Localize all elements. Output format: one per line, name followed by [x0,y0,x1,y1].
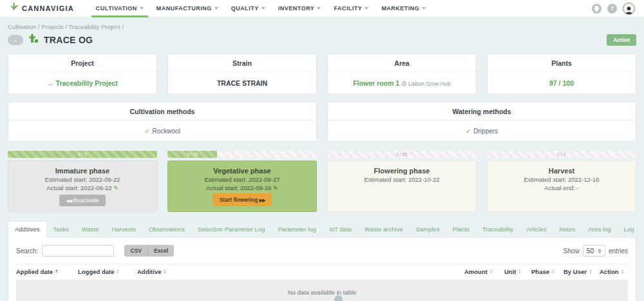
area-link[interactable]: Flower room 1 [353,79,399,87]
phase-flowering: 0 / 55 Flowering phase Estimated start: … [327,151,477,212]
nav-marketing[interactable]: MARKETING [381,0,426,17]
breadcrumb[interactable]: Cultivation / Projects / Traceability Pr… [8,23,636,30]
actual-start: Actual start: 2022-09-26 [206,184,271,191]
tab-tasks[interactable]: Tasks [47,222,75,237]
nav-facility[interactable]: FACILITY [334,0,368,17]
tab-log[interactable]: Log [618,222,641,237]
progress-bar: 4 / 5 [8,151,157,158]
tab-bar: Additives Tasks Waste Harvests Observati… [8,221,636,237]
strain-value: TRACE STRAIN [168,72,316,93]
sort-icon [621,269,624,274]
col-action[interactable]: Action [600,268,628,275]
sort-icon [117,269,119,274]
chevron-down-icon [365,7,368,10]
rewind-icon: ◀◀ [66,199,71,203]
search-label: Search: [16,248,38,255]
brand-name: CANNAVIGIA [22,5,74,12]
card-title: Strain [168,54,316,72]
col-applied-date[interactable]: Applied date [16,268,78,275]
chevron-down-icon [317,7,321,10]
nav-manufacturing[interactable]: MANUFACTURING [156,0,218,17]
tab-waste-archive[interactable]: Waste archive [358,222,410,237]
tab-selection-parameter-log[interactable]: Selection Parameter Log [191,222,272,237]
estimated-start: Estimated start: 2022-09-27 [204,176,279,183]
progress-label: 4 / 25 [187,152,198,157]
reactivate-button[interactable]: ◀◀ Reactivate [59,195,105,206]
actual-end: Actual end: - [544,184,578,191]
tab-traceability[interactable]: Traceability [476,222,520,237]
edit-icon[interactable]: ✎ [273,185,278,191]
check-icon: ✓ [144,128,149,135]
tab-parameter-log[interactable]: Parameter log [271,222,323,237]
select-arrows-icon [598,249,601,253]
card-title: Area [328,54,476,72]
estimated-start: Estimated start: 2022-12-16 [524,176,599,183]
col-phase[interactable]: Phase [531,268,564,275]
col-logged-date[interactable]: Logged date [78,268,137,275]
nav-inventory[interactable]: INVENTORY [278,0,321,17]
card-strain: Strain TRACE STRAIN [167,53,317,94]
print-icon[interactable] [592,4,601,14]
status-badge[interactable]: Active [607,34,636,46]
progress-bar: 0 / 55 [327,151,477,158]
card-area: Area Flower room 1 @ Lisbon Grow Hub [327,53,477,94]
sort-icon [164,269,166,274]
chevron-down-icon [214,7,218,10]
sort-icon [552,269,554,274]
show-entries-select[interactable]: 50 [583,245,605,257]
col-by-user[interactable]: By User [564,268,600,275]
brand-logo[interactable]: CANNAVIGIA [9,2,74,15]
progress-label: 0 / 2 [487,151,636,158]
col-unit[interactable]: Unit [504,268,531,275]
col-amount[interactable]: Amount [464,268,504,275]
tab-notes[interactable]: Notes [553,222,582,237]
progress-label: 4 / 5 [78,152,87,157]
project-link[interactable]: ← Traceability Project [47,79,118,87]
chevron-down-icon [422,7,426,10]
progress-bar: 4 / 25 [167,151,317,158]
chevron-down-icon [261,7,265,10]
col-additive[interactable]: Additive [137,268,464,275]
search-input[interactable] [42,245,114,257]
phase-title: Harvest [549,167,574,175]
phase-vegetative: 4 / 25 Vegetative phase Estimated start:… [167,151,317,212]
page-title: TRACE OG [44,35,93,45]
leaf-icon [9,2,19,15]
top-navbar: CANNAVIGIA CULTIVATION MANUFACTURING QUA… [0,0,644,17]
tab-harvests[interactable]: Harvests [105,222,142,237]
card-watering-methods: Watering methods ✓Drippers [327,102,636,142]
back-button[interactable]: ‹ [8,35,23,45]
edit-icon[interactable]: ✎ [113,185,118,191]
tab-waste[interactable]: Waste [75,222,106,237]
tab-plants[interactable]: Plants [446,222,476,237]
start-flowering-button[interactable]: Start flowering ▶▶ [213,193,272,206]
tab-articles[interactable]: Articles [520,222,553,237]
user-avatar[interactable] [623,3,635,15]
floating-widget-icon[interactable] [334,295,343,301]
actual-start: Actual start: 2022-09-22 [46,184,111,191]
tab-area-log[interactable]: Area log [582,222,617,237]
tab-additives[interactable]: Additives [8,221,47,238]
tab-samples[interactable]: Samples [410,222,446,237]
tab-observations[interactable]: Observations [142,222,191,237]
entries-label: entries [609,248,628,255]
sort-icon [589,269,592,274]
export-excel-button[interactable]: Excel [148,245,174,257]
card-title: Watering methods [328,102,636,121]
chevron-down-icon [140,7,144,10]
sort-icon [490,269,493,274]
empty-table-message: No data available in table [16,280,628,301]
nav-cultivation[interactable]: CULTIVATION [96,0,144,17]
card-plants: Plants 97 / 100 [487,53,636,94]
estimated-start: Estimated start: 2022-09-22 [44,176,120,183]
export-csv-button[interactable]: CSV [124,245,147,257]
show-label: Show [564,248,580,255]
phase-harvest: 0 / 2 Harvest Estimated start: 2022-12-1… [487,151,636,212]
help-icon[interactable]: ? [607,4,617,14]
area-location: @ Lisbon Grow Hub [401,81,451,87]
phase-immature: 4 / 5 Immature phase Estimated start: 20… [8,151,157,212]
tab-iot-data[interactable]: IoT data [323,222,358,237]
nav-quality[interactable]: QUALITY [231,0,265,17]
card-title: Project [8,54,156,72]
card-title: Plants [488,54,636,72]
